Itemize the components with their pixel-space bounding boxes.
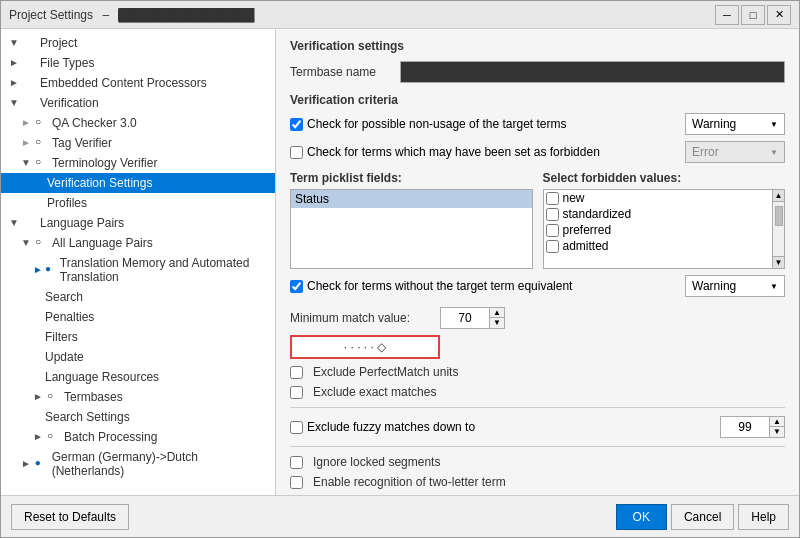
- ignore-locked-label: Ignore locked segments: [313, 455, 785, 469]
- sidebar-item-termbases[interactable]: ► ○ Termbases: [1, 387, 275, 407]
- fuzzy-input-wrapper: ▲ ▼: [720, 416, 785, 438]
- check1-checkbox[interactable]: [290, 118, 303, 131]
- file-types-icon: [23, 56, 37, 70]
- forbidden-standardized-checkbox[interactable]: [546, 208, 559, 221]
- minimize-button[interactable]: ─: [715, 5, 739, 25]
- forbidden-scrollbar[interactable]: ▲ ▼: [773, 189, 785, 269]
- forbidden-preferred-label: preferred: [563, 223, 612, 237]
- sidebar-item-german-dutch[interactable]: ► ● German (Germany)->Dutch (Netherlands…: [1, 447, 275, 481]
- termbase-input[interactable]: [400, 61, 785, 83]
- forbidden-admitted: admitted: [544, 238, 773, 254]
- two-letter-label: Enable recognition of two-letter term: [313, 475, 785, 489]
- sidebar-label-verification: Verification: [40, 96, 99, 110]
- check3-checkbox[interactable]: [290, 280, 303, 293]
- sidebar-item-qa-checker[interactable]: ► ○ QA Checker 3.0: [1, 113, 275, 133]
- tb-icon: ○: [47, 390, 61, 404]
- check2-dropdown[interactable]: Error ▼: [685, 141, 785, 163]
- separator1: [290, 407, 785, 408]
- check3-dropdown[interactable]: Warning ▼: [685, 275, 785, 297]
- sidebar-item-profiles[interactable]: Profiles: [1, 193, 275, 213]
- sidebar-item-search[interactable]: Search: [1, 287, 275, 307]
- verification-icon: [23, 96, 37, 110]
- fuzzy-down[interactable]: ▼: [770, 427, 784, 437]
- sidebar-item-verification-settings[interactable]: Verification Settings: [1, 173, 275, 193]
- sidebar-label-penalties: Penalties: [45, 310, 94, 324]
- exclude-fuzzy-checkbox[interactable]: [290, 421, 303, 434]
- forbidden-new-checkbox[interactable]: [546, 192, 559, 205]
- sidebar-item-file-types[interactable]: ► File Types: [1, 53, 275, 73]
- reset-button[interactable]: Reset to Defaults: [11, 504, 129, 530]
- sidebar-item-penalties[interactable]: Penalties: [1, 307, 275, 327]
- picklist-value: Status: [291, 190, 532, 208]
- restore-button[interactable]: □: [741, 5, 765, 25]
- cancel-button[interactable]: Cancel: [671, 504, 734, 530]
- sidebar-item-language-pairs[interactable]: ▼ Language Pairs: [1, 213, 275, 233]
- close-button[interactable]: ✕: [767, 5, 791, 25]
- tag-icon: ○: [35, 136, 49, 150]
- min-match-down[interactable]: ▼: [490, 318, 504, 328]
- scroll-thumb: [775, 206, 783, 226]
- section-title: Verification settings: [290, 39, 785, 53]
- forbidden-admitted-label: admitted: [563, 239, 609, 253]
- sidebar-label-lp: Language Pairs: [40, 216, 124, 230]
- tm-icon: ●: [45, 263, 57, 277]
- bottom-right: OK Cancel Help: [616, 504, 789, 530]
- help-button[interactable]: Help: [738, 504, 789, 530]
- sidebar-label-embedded: Embedded Content Processors: [40, 76, 207, 90]
- sidebar-item-terminology[interactable]: ▼ ○ Terminology Verifier: [1, 153, 275, 173]
- sidebar-item-tag-verifier[interactable]: ► ○ Tag Verifier: [1, 133, 275, 153]
- min-match-input[interactable]: [440, 307, 490, 329]
- highlighted-button[interactable]: · · · · · ◇: [290, 335, 440, 359]
- check2-dropdown-arrow: ▼: [770, 148, 778, 157]
- check3-dropdown-arrow: ▼: [770, 282, 778, 291]
- separator2: [290, 446, 785, 447]
- qa-icon: ○: [35, 116, 49, 130]
- window: Project Settings – ████████████████ ─ □ …: [0, 0, 800, 538]
- check1-dropdown[interactable]: Warning ▼: [685, 113, 785, 135]
- forbidden-preferred-checkbox[interactable]: [546, 224, 559, 237]
- check3-row: Check for terms without the target term …: [290, 275, 785, 297]
- min-match-input-wrapper: ▲ ▼: [440, 307, 505, 329]
- expander-alp: ▼: [21, 237, 33, 249]
- ignore-locked-checkbox[interactable]: [290, 456, 303, 469]
- sidebar-item-batch[interactable]: ► ○ Batch Processing: [1, 427, 275, 447]
- sidebar-item-search-settings[interactable]: Search Settings: [1, 407, 275, 427]
- two-letter-checkbox[interactable]: [290, 476, 303, 489]
- ok-button[interactable]: OK: [616, 504, 667, 530]
- exclude2-label: Exclude exact matches: [313, 385, 785, 399]
- sidebar-label-german-dutch: German (Germany)->Dutch (Netherlands): [52, 450, 271, 478]
- expander-qa: ►: [21, 117, 33, 129]
- expander-verification: ▼: [9, 97, 21, 109]
- min-match-up[interactable]: ▲: [490, 308, 504, 318]
- expander-batch: ►: [33, 431, 45, 443]
- scroll-down-btn[interactable]: ▼: [773, 256, 784, 268]
- sidebar-item-update[interactable]: Update: [1, 347, 275, 367]
- exclude2-checkbox[interactable]: [290, 386, 303, 399]
- exclude1-row: Exclude PerfectMatch units: [290, 365, 785, 379]
- sidebar-label-file-types: File Types: [40, 56, 94, 70]
- gd-icon: ●: [35, 457, 49, 471]
- sidebar-item-project[interactable]: ▼ Project: [1, 33, 275, 53]
- fuzzy-input[interactable]: [720, 416, 770, 438]
- scroll-up-btn[interactable]: ▲: [773, 190, 784, 202]
- expander-tm: ►: [33, 264, 43, 276]
- highlighted-btn-wrapper: · · · · · ◇: [290, 335, 785, 359]
- sidebar-item-lang-res[interactable]: Language Resources: [1, 367, 275, 387]
- sidebar-item-filters[interactable]: Filters: [1, 327, 275, 347]
- forbidden-list: new standardized preferred: [543, 189, 774, 269]
- expander-project: ▼: [9, 37, 21, 49]
- exclude1-checkbox[interactable]: [290, 366, 303, 379]
- sidebar: ▼ Project ► File Types ► Embedded Conte: [1, 29, 276, 495]
- expander-embedded: ►: [9, 77, 21, 89]
- forbidden-admitted-checkbox[interactable]: [546, 240, 559, 253]
- sidebar-item-embedded-content[interactable]: ► Embedded Content Processors: [1, 73, 275, 93]
- min-match-spinner: ▲ ▼: [490, 307, 505, 329]
- fuzzy-up[interactable]: ▲: [770, 417, 784, 427]
- sidebar-item-verification[interactable]: ▼ Verification: [1, 93, 275, 113]
- sidebar-item-translation-memory[interactable]: ► ● Translation Memory and Automated Tra…: [1, 253, 275, 287]
- picklist-box: Status: [290, 189, 533, 269]
- sidebar-label-search-settings: Search Settings: [45, 410, 130, 424]
- check2-checkbox[interactable]: [290, 146, 303, 159]
- sidebar-item-all-lp[interactable]: ▼ ○ All Language Pairs: [1, 233, 275, 253]
- sidebar-label-alp: All Language Pairs: [52, 236, 153, 250]
